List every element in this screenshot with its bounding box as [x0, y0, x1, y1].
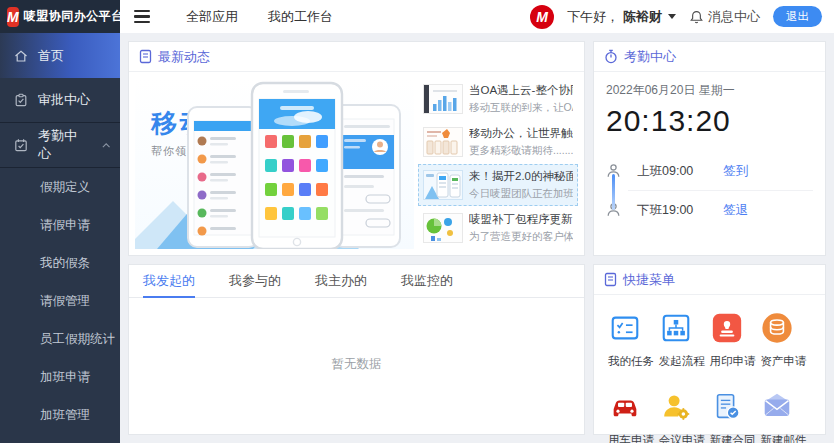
- attendance-title: 考勤中心: [624, 48, 676, 66]
- quick-item-label: 会议申请: [659, 433, 705, 443]
- news-item[interactable]: 移动办公，让世界触手可 更多精彩敬请期待........: [418, 121, 578, 164]
- sidebar-subitem-leave-management[interactable]: 请假管理: [0, 282, 120, 320]
- tab-monitored-by-me[interactable]: 我监控的: [401, 265, 453, 298]
- quick-item-my-tasks[interactable]: 我的任务: [608, 311, 659, 369]
- user-avatar[interactable]: M: [530, 5, 554, 29]
- attendance-icon: [14, 138, 28, 152]
- sidebar-item-label: 首页: [38, 47, 64, 65]
- chevron-up-icon: [102, 142, 110, 149]
- top-nav: 全部应用 我的工作台: [186, 8, 333, 26]
- quick-item-new-mail[interactable]: 新建邮件: [760, 390, 811, 443]
- clock-in-label: 上班09:00: [637, 163, 693, 180]
- task-icon: [608, 311, 642, 345]
- sidebar-subitem-overtime-management[interactable]: 加班管理: [0, 396, 120, 434]
- quick-menu-header: 快捷菜单: [594, 265, 825, 295]
- logout-button[interactable]: 退出: [773, 6, 822, 27]
- sidebar-item-label: 考勤中心: [38, 127, 82, 163]
- tasks-tab-bar: 我发起的 我参与的 我主办的 我监控的: [129, 265, 584, 298]
- tasks-panel: 我发起的 我参与的 我主办的 我监控的 暂无数据: [128, 264, 585, 435]
- news-desc: 为了营造更好的客户体验，唛: [469, 230, 573, 244]
- tab-hosted-by-me[interactable]: 我主办的: [315, 265, 367, 298]
- approval-icon: [14, 93, 28, 107]
- news-thumbnail: [423, 127, 463, 157]
- clock-out-link[interactable]: 签退: [723, 202, 748, 219]
- quick-item-seal-request[interactable]: 用印申请: [710, 311, 761, 369]
- quick-item-label: 用印申请: [710, 354, 756, 369]
- news-desc: 今日唛盟团队正在加班加点，: [469, 187, 573, 201]
- clock-in-row: 上班09:00 签到: [606, 152, 813, 190]
- app-title: 唛盟协同办公平台: [24, 8, 124, 25]
- news-thumbnail: [423, 84, 463, 114]
- quick-menu-grid: 我的任务 发起流程 用印申请 资产申请: [594, 295, 825, 443]
- nav-all-apps[interactable]: 全部应用: [186, 8, 238, 26]
- stopwatch-icon: [604, 49, 618, 64]
- sidebar-subitem-my-leave-notes[interactable]: 我的假条: [0, 244, 120, 282]
- header-right: M 下午好，陈裕财 消息中心 退出: [530, 5, 834, 29]
- quick-item-label: 新建合同: [710, 433, 756, 443]
- menu-toggle-icon[interactable]: [130, 6, 154, 27]
- bell-icon: [689, 9, 704, 25]
- quick-item-vehicle-request[interactable]: 用车申请: [608, 390, 659, 443]
- quick-item-start-flow[interactable]: 发起流程: [659, 311, 710, 369]
- greeting-text: 下午好，: [567, 8, 619, 26]
- stamp-icon: [710, 311, 744, 345]
- quick-menu-title: 快捷菜单: [623, 271, 675, 289]
- app-root: M 唛盟协同办公平台 全部应用 我的工作台 M 下午好，陈裕财 消息中心 退出 …: [0, 0, 834, 443]
- message-center-label: 消息中心: [708, 8, 760, 26]
- tab-initiated-by-me[interactable]: 我发起的: [143, 265, 195, 298]
- news-thumbnail: [423, 170, 463, 200]
- sidebar-subitem-overtime-request[interactable]: 加班申请: [0, 358, 120, 396]
- sidebar: 首页 审批中心 考勤中心 假期定义 请假申请 我的假条 请假管理 员工假期统计 …: [0, 33, 120, 443]
- sidebar-subitem-leave-request[interactable]: 请假申请: [0, 206, 120, 244]
- main-content: 最新动态 移动办公 帮你领先同行 把工作带出办公室: [120, 33, 834, 443]
- brand-logo-icon: M: [7, 7, 19, 27]
- home-icon: [14, 49, 28, 63]
- user-greeting[interactable]: 下午好，陈裕财: [567, 8, 676, 26]
- attendance-header: 考勤中心: [594, 42, 825, 72]
- clock-out-label: 下班19:00: [637, 202, 693, 219]
- top-header: M 唛盟协同办公平台 全部应用 我的工作台 M 下午好，陈裕财 消息中心 退出: [0, 0, 834, 33]
- document-icon: [139, 49, 152, 64]
- document-icon: [604, 272, 617, 287]
- flow-icon: [659, 311, 693, 345]
- latest-news-header: 最新动态: [129, 42, 584, 72]
- news-desc: 更多精彩敬请期待........: [469, 144, 573, 158]
- news-desc: 移动互联的到来，让OA与云: [469, 101, 573, 115]
- empty-state-text: 暂无数据: [129, 298, 584, 373]
- news-item[interactable]: 当OA遇上云-整个协同OA 移动互联的到来，让OA与云: [418, 78, 578, 121]
- tab-participated-by-me[interactable]: 我参与的: [229, 265, 281, 298]
- car-icon: [608, 390, 642, 424]
- phones-graphic: [180, 79, 412, 249]
- sidebar-item-home[interactable]: 首页: [0, 33, 120, 78]
- chevron-down-icon: [668, 14, 676, 19]
- quick-item-label: 新建邮件: [760, 433, 806, 443]
- news-item[interactable]: 唛盟补丁包程序更新 为了营造更好的客户体验，唛: [418, 206, 578, 249]
- news-list: 当OA遇上云-整个协同OA 移动互联的到来，让OA与云 移动办公，让世界触手可 …: [418, 78, 578, 249]
- sidebar-subitem-employee-holiday-stats[interactable]: 员工假期统计: [0, 320, 120, 358]
- sidebar-item-attendance-center[interactable]: 考勤中心: [0, 123, 120, 168]
- news-item-highlighted[interactable]: 来！揭开2.0的神秘面纱- 今日唛盟团队正在加班加点，: [418, 164, 578, 207]
- clock-in-link[interactable]: 签到: [723, 163, 748, 180]
- timeline-connector: [612, 174, 615, 210]
- meeting-icon: [659, 390, 693, 424]
- quick-item-asset-request[interactable]: 资产申请: [760, 311, 811, 369]
- news-title: 当OA遇上云-整个协同OA: [469, 83, 573, 98]
- asset-icon: [760, 311, 794, 345]
- latest-news-title: 最新动态: [158, 48, 210, 66]
- message-center-link[interactable]: 消息中心: [689, 8, 760, 26]
- attendance-clock: 20:13:20: [606, 104, 813, 138]
- nav-my-workbench[interactable]: 我的工作台: [268, 8, 333, 26]
- quick-item-label: 我的任务: [608, 354, 654, 369]
- quick-item-label: 资产申请: [760, 354, 806, 369]
- sidebar-item-approval-center[interactable]: 审批中心: [0, 78, 120, 123]
- quick-item-label: 用车申请: [608, 433, 654, 443]
- quick-item-new-contract[interactable]: 新建合同: [710, 390, 761, 443]
- sidebar-item-label: 审批中心: [38, 91, 90, 109]
- attendance-date: 2022年06月20日 星期一: [606, 82, 813, 99]
- sidebar-subitem-holiday-definition[interactable]: 假期定义: [0, 168, 120, 206]
- contract-icon: [710, 390, 744, 424]
- clock-out-row: 下班19:00 签退: [606, 191, 813, 229]
- quick-item-meeting-request[interactable]: 会议申请: [659, 390, 710, 443]
- promo-banner[interactable]: 移动办公 帮你领先同行 把工作带出办公室: [135, 78, 414, 249]
- mail-icon: [760, 390, 794, 424]
